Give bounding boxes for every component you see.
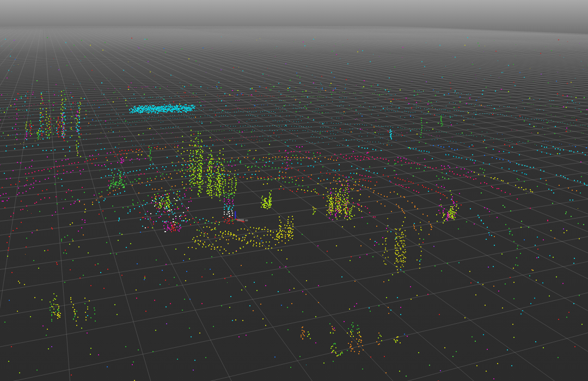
3d-viewport[interactable]: [0, 0, 588, 381]
app-window: [0, 0, 588, 381]
pointcloud-canvas[interactable]: [0, 0, 588, 381]
